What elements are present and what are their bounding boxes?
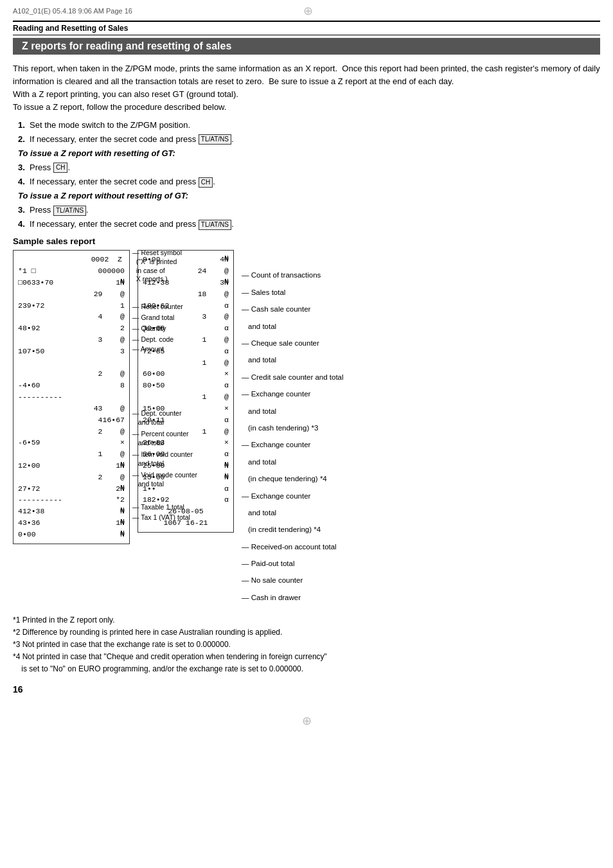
rr-1: 0•004₦	[143, 254, 229, 265]
step-bold-1: To issue a Z report with resetting of GT…	[18, 146, 600, 161]
step-3b: 3. Press TL/AT/NS.	[18, 203, 600, 217]
ann-credit-sale: — Credit sale counter and total	[242, 369, 600, 385]
ann-cash-drawer: — Cash in drawer	[242, 589, 600, 606]
fn-1: *1 Printed in the Z report only.	[13, 614, 600, 626]
fn-2: *2 Difference by rounding is printed her…	[13, 626, 600, 639]
rl-11: -4•608	[18, 380, 125, 391]
ann-exchange-cheque-3: (in cheque tendering) *4	[242, 470, 600, 487]
receipt-right: 0•004₦ 24 @ 412•383₦ 18 @ 180•62α 3 @	[138, 250, 234, 533]
page-title: Z reports for reading and resetting of s…	[13, 38, 600, 55]
rr-9: 72•85α	[143, 346, 229, 357]
rl-21: 43•361₦	[18, 517, 125, 529]
step-2: 2. If necessary, enter the secret code a…	[18, 132, 600, 146]
fn-4: *4 Not printed in case that "Cheque and …	[13, 651, 600, 675]
body-content: This report, when taken in the Z/PGM mod…	[0, 57, 613, 695]
rr-3: 412•383₦	[143, 277, 229, 288]
rl-2: *1 □000000	[18, 265, 125, 277]
rl-19: 27•722₦	[18, 483, 125, 495]
rr-24: 1067 16-21	[143, 517, 229, 529]
ann-exchange-cheque-2: and total	[242, 454, 600, 470]
steps-section: 1. Set the mode switch to the Z/PGM posi…	[13, 118, 600, 232]
key-tlat-2: TL/AT/NS	[53, 206, 86, 216]
ann-paid-out: — Paid-out total	[242, 555, 600, 572]
rr-10: 1 @	[143, 357, 229, 369]
ann-exchange-cash-1: — Exchange counter	[242, 385, 600, 402]
page-header: A102_01(E) 05.4.18 9:06 AM Page 16 ⊕	[0, 0, 613, 18]
rr-16: 1 @	[143, 426, 229, 438]
rl-dashes1: ----------	[18, 391, 125, 403]
page-number: 16	[13, 684, 600, 695]
key-tlat-1: TL/AT/NS	[199, 134, 231, 145]
ann-cash-sale-2: and total	[242, 318, 600, 335]
rr-4: 18 @	[143, 288, 229, 300]
rl-9: 107•503	[18, 346, 125, 357]
step-bold-2: To issue a Z report without resetting of…	[18, 189, 600, 203]
receipt-diagram: — Reset symbol ("X" is printed in case o…	[13, 250, 600, 606]
rr-12: 80•50α	[143, 380, 229, 391]
rr-15: 20•11α	[143, 414, 229, 426]
rr-20: 15•00₦	[143, 472, 229, 483]
rl-14: 2 @	[18, 426, 125, 438]
step-3a: 3. Press CH.	[18, 161, 600, 175]
header-left-text: A102_01(E) 05.4.18 9:06 AM Page 16	[13, 7, 132, 15]
ann-no-sale: — No sale counter	[242, 572, 600, 589]
rl-7: 48•922	[18, 323, 125, 334]
rr-19: 25•00₦	[143, 460, 229, 472]
rl-13: 416•67	[18, 414, 125, 426]
key-tlat-3: TL/AT/NS	[199, 220, 231, 230]
ann-cheque-sale-2: and total	[242, 352, 600, 369]
rr-18: 36•00α	[143, 448, 229, 460]
sample-title: Sample sales report	[13, 236, 600, 246]
ann-exchange-credit-1: — Exchange counter	[242, 488, 600, 504]
rl-12: 43 @	[18, 403, 125, 414]
right-annotations: — Count of transactions — Sales total — …	[242, 250, 600, 606]
rl-15: -6•59×	[18, 437, 125, 448]
ann-cheque-sale: — Cheque sale counter	[242, 335, 600, 351]
rr-21: 1••α	[143, 483, 229, 495]
ann-exchange-cash-2: and total	[242, 403, 600, 420]
rr-13: 1 @	[143, 391, 229, 403]
crosshair-bottom: ⊕	[0, 714, 613, 728]
fn-3: *3 Not printed in case that the exchange…	[13, 639, 600, 651]
rr-23: 26-08-05	[143, 506, 229, 517]
section-label: Reading and Resetting of Sales	[0, 23, 613, 33]
rr-5: 180•62α	[143, 300, 229, 312]
footnotes: *1 Printed in the Z report only. *2 Diff…	[13, 614, 600, 676]
step-4a: 4. If necessary, enter the secret code a…	[18, 175, 600, 189]
ann-exchange-cheque-1: — Exchange counter	[242, 437, 600, 454]
rr-14: 15•00×	[143, 403, 229, 414]
rl-16: 1 @	[18, 448, 125, 460]
rl-dashes2: ----------*2	[18, 494, 125, 506]
key-ch-2: CH	[199, 177, 213, 188]
rl-5: 239•721	[18, 300, 125, 312]
rr-17: 26•83×	[143, 437, 229, 448]
ann-count-transactions: — Count of transactions	[242, 267, 600, 284]
rl-3: □0633•701₦	[18, 277, 125, 288]
rr-8: 1 @	[143, 334, 229, 346]
ann-rr1-spacer	[242, 250, 600, 267]
step-4b: 4. If necessary, enter the secret code a…	[18, 217, 600, 231]
rl-10: 2 @	[18, 368, 125, 380]
ann-cash-sale: — Cash sale counter	[242, 301, 600, 317]
rl-22: 0•00₦	[18, 529, 125, 540]
rl-1: 0002 Z	[18, 254, 125, 265]
ann-exchange-credit-3: (in credit tendering) *4	[242, 522, 600, 538]
rr-2: 24 @	[143, 265, 229, 277]
rl-4: 29 @	[18, 288, 125, 300]
ann-sales-total: — Sales total	[242, 284, 600, 301]
section-rule	[13, 35, 600, 35]
rr-11: 60•00×	[143, 368, 229, 380]
crosshair-top: ⊕	[303, 4, 313, 18]
top-rule	[13, 21, 600, 22]
intro-paragraph-1: This report, when taken in the Z/PGM mod…	[13, 62, 600, 114]
ann-received-on-account: — Received-on account total	[242, 538, 600, 555]
rr-6: 3 @	[143, 311, 229, 323]
rr-22: 182•92α	[143, 494, 229, 506]
rl-18: 2 @	[18, 472, 125, 483]
rl-space	[18, 357, 125, 369]
ann-exchange-cash-3: (in cash tendering) *3	[242, 420, 600, 436]
rl-6: 4 @	[18, 311, 125, 323]
ann-exchange-credit-2: and total	[242, 504, 600, 521]
rl-17: 12•001₦	[18, 460, 125, 472]
rl-8: 3 @	[18, 334, 125, 346]
